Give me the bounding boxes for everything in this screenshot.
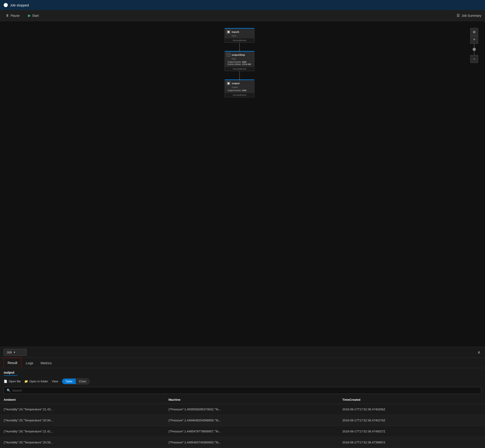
open-folder-button[interactable]: 📁 Open in folder xyxy=(24,380,48,383)
cell-timeCreated: 2018-09-17T17:52:36.4740176Z xyxy=(339,415,485,426)
table-row: {"Humidity":24,"Temperature":21.43...{"P… xyxy=(0,404,485,415)
node-input1[interactable]: ⬜ input1 Input Not partitioned xyxy=(225,28,254,43)
table-row: {"Humidity":25,"Temperature":20.58...{"P… xyxy=(0,437,485,448)
cell-ambient: {"Humidity":26,"Temperature":21.41... xyxy=(0,426,165,437)
node-input1-header: ⬜ input1 xyxy=(227,30,252,34)
output-toolbar: 📄 Open file 📁 Open in folder View Table … xyxy=(0,377,485,386)
start-label: Start xyxy=(32,14,39,17)
col-machine: Machine xyxy=(165,396,339,404)
search-icon: 🔍 xyxy=(7,389,11,392)
search-input[interactable] xyxy=(12,389,478,392)
node-output[interactable]: ⬜ output Output Output Events: 1000 Not … xyxy=(225,80,254,97)
bottom-panel: Job ▾ ∧ Result Logs Metrics output 📄 Ope… xyxy=(0,347,485,448)
outputstep-icon: <> xyxy=(227,53,230,57)
table-header: Ambient Machine TimeCreated xyxy=(0,396,485,404)
collapse-button[interactable]: ∧ xyxy=(477,349,481,356)
open-file-label: Open file xyxy=(9,380,21,383)
cell-machine: {"Pressure":1.4495463740380063,"Te... xyxy=(165,437,339,448)
table-row: {"Humidity":25,"Temperature":20.94...{"P… xyxy=(0,415,485,426)
status-text: Job stopped xyxy=(10,3,29,7)
job-summary-button[interactable]: ☰ Job Summary xyxy=(457,13,481,18)
table-view-button[interactable]: Table xyxy=(62,379,76,384)
output-subtitle: Output xyxy=(232,86,252,88)
input1-footer: Not partitioned xyxy=(225,38,254,42)
zoom-slider-thumb[interactable] xyxy=(473,48,476,51)
open-folder-icon: 📁 xyxy=(24,380,28,383)
search-row: 🔍 xyxy=(0,386,485,396)
main-toolbar: ⏸ Pause ▶ Start ☰ Job Summary xyxy=(0,10,485,21)
output-footer: Not partitioned xyxy=(225,93,254,97)
node-outputstep-header: <> outputStep xyxy=(227,53,252,57)
cell-ambient: {"Humidity":25,"Temperature":20.94... xyxy=(0,415,165,426)
output-icon: ⬜ xyxy=(227,81,230,85)
minus-icon: − xyxy=(473,57,476,62)
tab-metrics[interactable]: Metrics xyxy=(37,358,55,368)
tab-result[interactable]: Result xyxy=(4,358,21,368)
tab-logs[interactable]: Logs xyxy=(22,358,37,368)
chart-view-label: Chart xyxy=(79,380,86,383)
zoom-fit-button[interactable]: ⊞ xyxy=(470,28,478,36)
outputstep-stat1: Output Events: 1000 xyxy=(228,61,252,63)
cell-timeCreated: 2018-09-17T17:52:36.4739997Z xyxy=(339,437,485,448)
table-body: {"Humidity":24,"Temperature":21.43...{"P… xyxy=(0,404,485,448)
tab-metrics-label: Metrics xyxy=(41,361,52,365)
input1-title: input1 xyxy=(232,31,239,33)
zoom-controls: ⊞ + − xyxy=(470,28,478,63)
cell-machine: {"Pressure":1.4505058295373832,"Te... xyxy=(165,404,339,415)
tabs-row: Result Logs Metrics xyxy=(0,358,485,368)
job-dropdown[interactable]: Job ▾ xyxy=(4,349,27,356)
panel-toolbar: Job ▾ ∧ xyxy=(0,347,485,358)
search-box: 🔍 xyxy=(4,387,481,394)
input1-subtitle: Input xyxy=(232,35,252,37)
toolbar-left: ⏸ Pause ▶ Start xyxy=(4,12,452,19)
input1-icon: ⬜ xyxy=(227,30,230,34)
zoom-slider-track[interactable] xyxy=(474,44,474,55)
canvas-area: ⬜ input1 Input Not partitioned <> output… xyxy=(0,21,485,347)
zoom-out-button[interactable]: − xyxy=(470,55,478,63)
pause-icon: ⏸ xyxy=(6,14,9,18)
chart-view-button[interactable]: Chart xyxy=(76,379,89,384)
output-section: output xyxy=(0,368,485,377)
tab-result-label: Result xyxy=(8,361,17,365)
status-bar: Job stopped xyxy=(0,0,485,10)
col-timecreated: TimeCreated xyxy=(339,396,485,404)
cell-machine: {"Pressure":1.4495479778958957,"Te... xyxy=(165,426,339,437)
start-icon: ▶ xyxy=(28,13,31,18)
pause-label: Pause xyxy=(11,14,20,17)
output-stat1: Output Events: 1000 xyxy=(228,89,252,92)
job-dropdown-label: Job xyxy=(7,351,12,354)
flow-diagram: ⬜ input1 Input Not partitioned <> output… xyxy=(225,28,254,97)
cell-ambient: {"Humidity":24,"Temperature":21.43... xyxy=(0,404,165,415)
pause-button[interactable]: ⏸ Pause xyxy=(4,13,22,19)
arrow-1 xyxy=(239,43,240,51)
outputstep-footer: Not partitioned xyxy=(225,67,254,71)
list-icon: ☰ xyxy=(457,13,460,18)
arrow-2 xyxy=(239,71,240,80)
tab-logs-label: Logs xyxy=(26,361,33,365)
collapse-icon: ∧ xyxy=(477,350,480,355)
dropdown-chevron-icon: ▾ xyxy=(14,351,15,354)
node-output-header: ⬜ output xyxy=(227,81,252,85)
output-title: output xyxy=(232,82,239,85)
cell-machine: {"Pressure":1.4494648254598959,"Te... xyxy=(165,415,339,426)
col-ambient: Ambient xyxy=(0,396,165,404)
outputstep-stat2: Events Written: 175.6 KB xyxy=(228,63,252,65)
fit-icon: ⊞ xyxy=(473,30,476,34)
status-dot xyxy=(4,3,8,7)
view-label: View xyxy=(52,380,58,383)
open-folder-label: Open in folder xyxy=(29,380,48,383)
open-file-icon: 📄 xyxy=(4,380,7,383)
cell-timeCreated: 2018-09-17T17:52:36.4740027Z xyxy=(339,426,485,437)
open-file-button[interactable]: 📄 Open file xyxy=(4,380,21,383)
table-row: {"Humidity":26,"Temperature":21.41...{"P… xyxy=(0,426,485,437)
node-outputstep[interactable]: <> outputStep Step Output Events: 1000 E… xyxy=(225,51,254,71)
plus-icon: + xyxy=(473,37,476,42)
cell-ambient: {"Humidity":25,"Temperature":20.58... xyxy=(0,437,165,448)
output-label: output xyxy=(4,370,481,374)
table-view-label: Table xyxy=(65,380,72,383)
view-toggle: Table Chart xyxy=(62,378,90,384)
table-container: Ambient Machine TimeCreated {"Humidity":… xyxy=(0,396,485,448)
start-button[interactable]: ▶ Start xyxy=(26,12,41,19)
data-table: Ambient Machine TimeCreated {"Humidity":… xyxy=(0,396,485,448)
zoom-in-button[interactable]: + xyxy=(470,36,478,44)
